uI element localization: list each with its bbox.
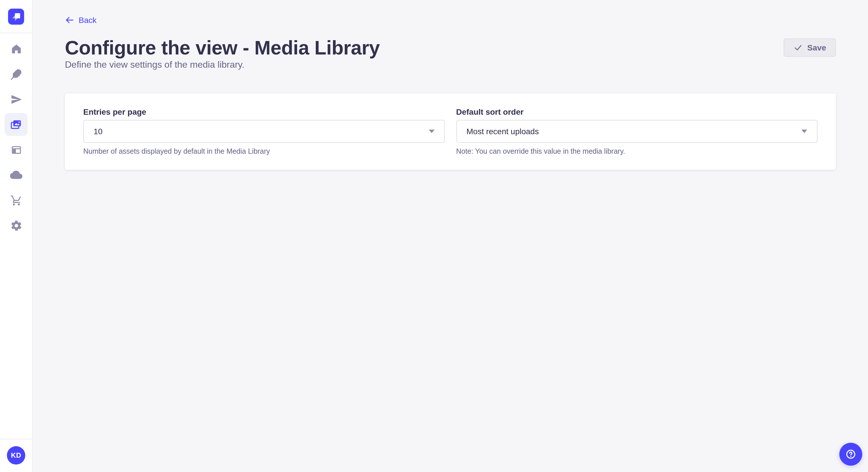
user-avatar[interactable]: KD	[7, 446, 25, 465]
main-content: Back Configure the view - Media Library …	[33, 0, 868, 472]
chevron-down-icon	[429, 130, 434, 133]
layout-icon	[10, 144, 22, 156]
check-icon	[794, 43, 803, 52]
chevron-down-icon	[801, 130, 807, 133]
default-sort-order-label: Default sort order	[456, 107, 817, 117]
strapi-logo[interactable]	[8, 8, 24, 24]
field-entries-per-page: Entries per page 10 Number of assets dis…	[83, 107, 445, 156]
app-window: KD Back Configure the view - Media Libra…	[0, 0, 868, 472]
back-link[interactable]: Back	[65, 15, 96, 25]
paper-plane-icon	[10, 93, 22, 105]
save-button[interactable]: Save	[784, 38, 836, 57]
images-icon	[10, 118, 22, 131]
page-header: Back Configure the view - Media Library …	[33, 0, 868, 71]
back-label: Back	[79, 15, 96, 25]
sidebar-item-settings[interactable]	[5, 214, 28, 237]
logo-container	[0, 0, 32, 33]
save-button-label: Save	[807, 43, 826, 52]
sidebar-item-marketplace[interactable]	[5, 189, 28, 212]
page-title: Configure the view - Media Library	[65, 36, 380, 59]
home-icon	[10, 43, 22, 55]
page-subtitle: Define the view settings of the media li…	[65, 59, 836, 71]
entries-per-page-select[interactable]: 10	[83, 120, 445, 143]
cloud-icon	[10, 169, 22, 181]
help-button[interactable]	[839, 443, 862, 466]
feather-icon	[10, 68, 22, 80]
sidebar-footer: KD	[0, 439, 32, 472]
settings-fields: Entries per page 10 Number of assets dis…	[83, 107, 817, 156]
sidebar-nav	[5, 33, 28, 237]
sidebar-item-content-type-builder[interactable]	[5, 138, 28, 161]
default-sort-order-hint: Note: You can override this value in the…	[456, 147, 817, 156]
entries-per-page-value: 10	[94, 127, 102, 136]
gear-icon	[10, 220, 22, 231]
arrow-left-icon	[65, 15, 74, 25]
sidebar-item-media-library[interactable]	[5, 113, 28, 136]
title-row: Configure the view - Media Library Save	[65, 36, 836, 59]
sidebar-item-releases[interactable]	[5, 88, 28, 111]
strapi-logo-icon	[8, 8, 24, 24]
field-default-sort-order: Default sort order Most recent uploads N…	[456, 107, 817, 156]
default-sort-order-select[interactable]: Most recent uploads	[456, 120, 817, 143]
question-circle-icon	[844, 448, 857, 461]
entries-per-page-label: Entries per page	[83, 107, 445, 117]
cart-icon	[10, 194, 22, 206]
view-settings-card: Entries per page 10 Number of assets dis…	[65, 94, 836, 170]
entries-per-page-hint: Number of assets displayed by default in…	[83, 147, 445, 156]
sidebar-item-cloud[interactable]	[5, 164, 28, 187]
sidebar-item-home[interactable]	[5, 37, 28, 60]
default-sort-order-value: Most recent uploads	[466, 127, 539, 136]
sidebar: KD	[0, 0, 33, 472]
sidebar-item-content-manager[interactable]	[5, 63, 28, 86]
